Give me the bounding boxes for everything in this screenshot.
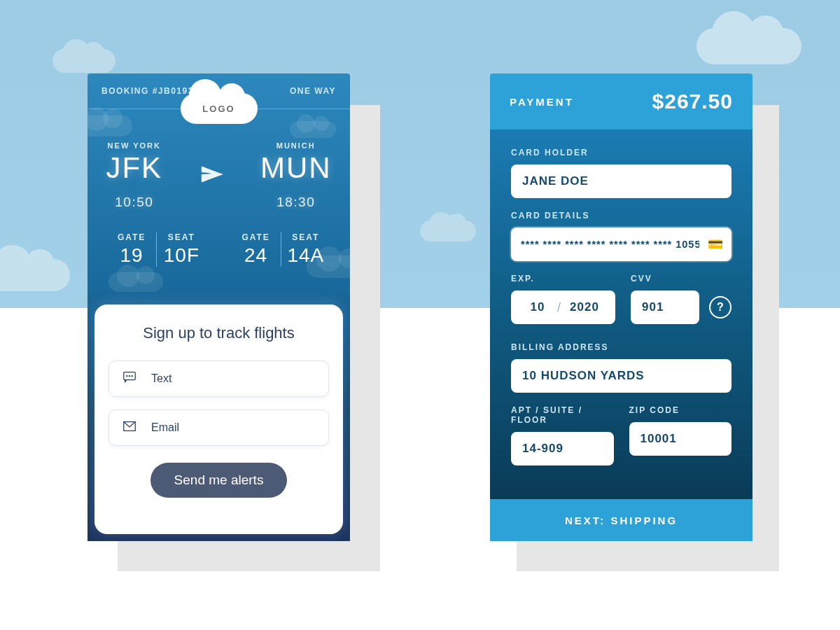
cvv-label: CVV xyxy=(631,274,732,284)
card-number-field[interactable]: 💳 xyxy=(511,227,732,261)
email-input[interactable] xyxy=(150,421,316,435)
billing-address-input[interactable] xyxy=(511,359,732,393)
svg-point-3 xyxy=(132,376,132,377)
text-field[interactable] xyxy=(108,360,329,397)
destination-city: MUNICH xyxy=(260,141,332,150)
origin-time: 10:50 xyxy=(106,195,162,210)
next-shipping-button[interactable]: NEXT: SHIPPING xyxy=(490,499,752,541)
cloud-decor xyxy=(420,220,476,241)
text-input[interactable] xyxy=(150,372,316,386)
destination-gate-label: GATE xyxy=(232,232,281,242)
signup-panel: Sign up to track flights Send me alerts xyxy=(94,304,343,534)
origin-city: NEW YORK xyxy=(106,141,162,150)
card-holder-input[interactable] xyxy=(511,164,732,198)
payment-title: PAYMENT xyxy=(510,96,574,108)
card-holder-label: CARD HOLDER xyxy=(511,148,732,158)
destination-code: MUN xyxy=(260,151,332,185)
send-alerts-button[interactable]: Send me alerts xyxy=(150,463,288,498)
exp-month-input[interactable] xyxy=(521,300,554,315)
card-number-input[interactable] xyxy=(519,238,701,251)
signup-heading: Sign up to track flights xyxy=(108,324,329,342)
cloud-decor xyxy=(696,28,802,64)
apt-input[interactable] xyxy=(511,432,614,465)
airplane-icon xyxy=(200,162,223,189)
cloud-decor xyxy=(0,259,70,291)
destination-seat-label: SEAT xyxy=(281,232,330,242)
zip-label: ZIP CODE xyxy=(629,405,732,415)
logo: LOGO xyxy=(181,93,258,124)
mail-icon xyxy=(122,419,137,437)
apt-label: APT / SUITE / FLOOR xyxy=(511,405,614,425)
destination: MUNICH MUN 18:30 xyxy=(260,141,332,210)
cloud-decor xyxy=(52,49,115,73)
exp-label: EXP. xyxy=(511,274,615,284)
origin-gate: 19 xyxy=(107,244,156,267)
email-field[interactable] xyxy=(108,410,329,446)
boarding-pass-card: BOOKING #JB01930 ONE WAY LOGO NEW YORK J… xyxy=(88,74,350,541)
origin-gate-label: GATE xyxy=(107,232,156,242)
credit-card-icon: 💳 xyxy=(708,237,723,252)
chat-icon xyxy=(122,370,137,388)
svg-point-2 xyxy=(129,376,130,377)
exp-field[interactable]: / xyxy=(511,290,615,324)
origin-code: JFK xyxy=(106,151,162,185)
svg-point-1 xyxy=(127,376,127,377)
destination-time: 18:30 xyxy=(260,195,332,210)
origin-seat: 10F xyxy=(157,244,206,267)
cvv-input[interactable] xyxy=(631,290,699,324)
trip-type: ONE WAY xyxy=(290,86,336,96)
payment-card: PAYMENT $267.50 CARD HOLDER CARD DETAILS… xyxy=(490,74,752,541)
origin: NEW YORK JFK 10:50 xyxy=(106,141,162,210)
origin-seat-label: SEAT xyxy=(157,232,206,242)
card-details-label: CARD DETAILS xyxy=(511,211,732,220)
cvv-help-button[interactable]: ? xyxy=(709,296,732,318)
destination-gate: 24 xyxy=(232,244,281,267)
zip-input[interactable] xyxy=(629,422,732,456)
exp-separator: / xyxy=(554,300,564,315)
billing-address-label: BILLING ADDRESS xyxy=(511,342,732,352)
exp-year-input[interactable] xyxy=(564,300,606,315)
payment-amount: $267.50 xyxy=(652,90,733,113)
